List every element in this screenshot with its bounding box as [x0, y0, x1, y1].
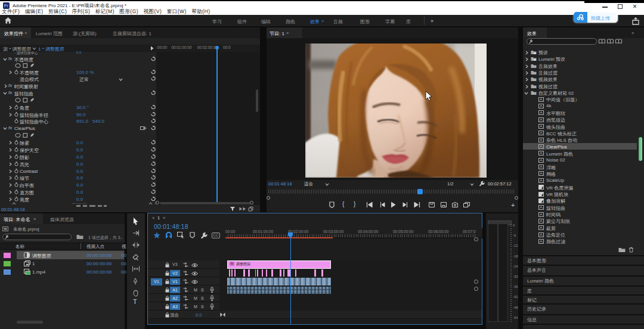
svg-text:CC: CC: [213, 233, 219, 237]
